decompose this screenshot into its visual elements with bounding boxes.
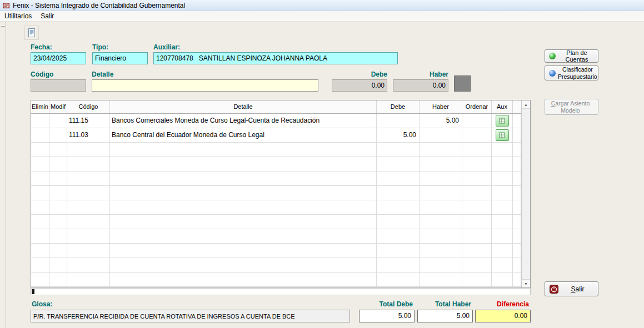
cell-elimin — [31, 143, 49, 157]
codigo-input[interactable] — [31, 79, 86, 92]
cell-detalle — [110, 258, 377, 272]
fecha-input[interactable] — [31, 52, 86, 64]
table-row[interactable] — [31, 143, 521, 157]
cell-detalle — [110, 244, 377, 258]
cell-elimin — [31, 157, 49, 171]
cell-filler — [513, 114, 521, 128]
green-sphere-icon — [549, 53, 556, 59]
table-row[interactable] — [31, 171, 521, 186]
table-row[interactable] — [31, 186, 521, 200]
table-row[interactable]: 111.15 Bancos Comerciales Moneda de Curs… — [31, 114, 521, 128]
debe-input[interactable] — [332, 79, 387, 92]
cell-haber — [420, 186, 462, 200]
toolbar-document-icon[interactable] — [24, 26, 39, 40]
table-row[interactable] — [31, 244, 521, 258]
detalle-label: Detalle — [92, 70, 113, 78]
table-row[interactable] — [31, 273, 521, 287]
cell-ordenar — [462, 273, 492, 286]
menu-salir[interactable]: Salir — [36, 12, 58, 21]
title-bar: Fenix - Sistema Integrado de Contabilida… — [0, 0, 644, 11]
cell-filler — [513, 258, 521, 272]
cell-filler — [513, 244, 521, 258]
cell-aux — [492, 128, 513, 142]
cell-detalle — [110, 157, 377, 171]
cell-ordenar — [462, 171, 492, 185]
cell-modif — [49, 229, 67, 243]
cell-filler — [513, 200, 521, 214]
cell-ordenar — [462, 114, 492, 128]
table-row[interactable] — [31, 215, 521, 229]
menu-utilitarios[interactable]: Utilitarios — [0, 12, 36, 21]
horizontal-scrollbar[interactable] — [31, 288, 531, 295]
cell-filler — [513, 273, 521, 286]
cell-debe — [377, 258, 420, 272]
table-row[interactable] — [31, 258, 521, 273]
cell-haber — [420, 229, 462, 243]
cell-debe — [377, 186, 420, 200]
cell-ordenar — [462, 258, 492, 272]
plan-de-cuentas-button[interactable]: Plan de Cuentas — [545, 49, 598, 63]
grid-body: 111.15 Bancos Comerciales Moneda de Curs… — [31, 114, 521, 287]
cargar-asiento-modelo-button[interactable]: Cargar AsientoModelo — [545, 99, 598, 115]
cell-detalle — [110, 186, 377, 200]
cell-debe — [377, 171, 420, 185]
aux-button[interactable] — [496, 129, 509, 141]
cell-codigo — [67, 171, 110, 185]
scroll-up-icon[interactable]: ▲ — [522, 100, 530, 109]
cell-detalle: Banco Central del Ecuador Moneda de Curs… — [110, 128, 377, 142]
cell-detalle — [110, 143, 377, 157]
cell-modif — [49, 114, 67, 128]
glosa-input[interactable] — [31, 310, 350, 322]
debe-label: Debe — [360, 70, 387, 78]
salir-button[interactable]: Salir — [545, 281, 598, 296]
left-splitter — [0, 22, 6, 328]
cell-haber — [420, 200, 462, 214]
cell-debe — [377, 244, 420, 258]
col-header-filler — [513, 100, 521, 113]
cell-ordenar — [462, 244, 492, 258]
cell-modif — [49, 215, 67, 229]
table-row[interactable] — [31, 200, 521, 215]
tipo-input[interactable] — [92, 52, 148, 64]
col-header-detalle: Detalle — [110, 100, 377, 113]
cell-ordenar — [462, 128, 492, 142]
vertical-scrollbar[interactable]: ▲ ▼ — [521, 100, 530, 287]
cell-modif — [49, 200, 67, 214]
scroll-down-icon[interactable]: ▼ — [522, 279, 530, 287]
cell-aux — [492, 273, 513, 286]
table-row[interactable]: 111.03 Banco Central del Ecuador Moneda … — [31, 128, 521, 143]
cell-filler — [513, 157, 521, 171]
cell-elimin — [31, 229, 49, 243]
cell-filler — [513, 128, 521, 142]
col-header-aux: Aux — [492, 100, 513, 113]
gray-square-button[interactable] — [454, 75, 471, 92]
haber-input[interactable] — [393, 79, 448, 92]
cell-haber — [420, 215, 462, 229]
cell-haber — [420, 273, 462, 286]
cell-haber — [420, 258, 462, 272]
codigo-label: Código — [31, 70, 53, 78]
detalle-input[interactable] — [92, 79, 318, 92]
aux-button[interactable] — [496, 115, 509, 127]
cell-haber: 5.00 — [420, 114, 462, 128]
power-icon — [550, 285, 558, 294]
clasificador-presupuestario-button[interactable]: ClasificadorPresupuestario — [545, 65, 598, 80]
horizontal-scroll-thumb[interactable] — [32, 289, 34, 294]
diferencia-label: Diferencia — [475, 300, 529, 308]
auxiliar-input[interactable] — [153, 52, 398, 64]
cell-haber — [420, 244, 462, 258]
cell-debe: 5.00 — [377, 128, 420, 142]
cell-codigo — [67, 186, 110, 200]
cargar-asiento-label: Cargar AsientoModelo — [545, 100, 598, 114]
cell-debe — [377, 114, 420, 128]
cell-codigo — [67, 244, 110, 258]
haber-label: Haber — [421, 70, 448, 78]
cell-elimin — [31, 200, 49, 214]
cell-ordenar — [462, 143, 492, 157]
clasificador-label: ClasificadorPresupuestario — [558, 66, 600, 80]
cell-haber — [420, 171, 462, 185]
table-row[interactable] — [31, 157, 521, 171]
table-row[interactable] — [31, 229, 521, 244]
cell-modif — [49, 128, 67, 142]
cell-filler — [513, 215, 521, 229]
